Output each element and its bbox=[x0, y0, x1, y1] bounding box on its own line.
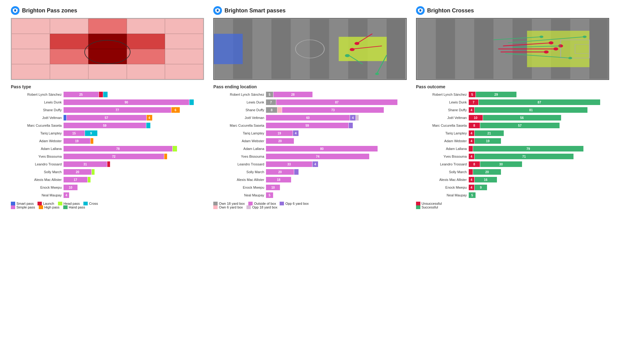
chart-row: Leandro Trossard31 bbox=[11, 161, 204, 168]
legend-item-high: High pass bbox=[39, 205, 60, 209]
chart-row: Joël Veltman574 bbox=[11, 114, 204, 121]
bar-unsuccessful: 8 bbox=[469, 123, 480, 128]
bar-high: 4 bbox=[147, 115, 152, 121]
svg-point-21 bbox=[375, 72, 379, 75]
legend-item-simple: Simple pass bbox=[11, 205, 35, 209]
bar-group: 25 bbox=[64, 92, 204, 97]
chart-row: Yves Bissouma471 bbox=[416, 153, 609, 160]
bar-unsuccessful: 4 bbox=[469, 154, 474, 159]
bar-own18: 8 bbox=[266, 107, 277, 113]
bar-group: 90 bbox=[64, 99, 204, 105]
player-label: Enock Mwepu bbox=[213, 186, 266, 189]
legend-item-own6: Own 6 yard box bbox=[213, 205, 243, 209]
bar-outside: 60 bbox=[266, 115, 350, 121]
brighton-shield-icon bbox=[11, 6, 20, 15]
bar-high: 6 bbox=[171, 107, 180, 113]
player-label: Neal Maupay bbox=[11, 193, 64, 197]
bar-simple: 20 bbox=[64, 169, 91, 175]
bar-successful: 79 bbox=[473, 146, 583, 151]
bar-unsuccessful bbox=[469, 146, 473, 151]
bar-group: 10 bbox=[64, 185, 204, 190]
bar-group: 20 bbox=[266, 169, 406, 175]
chart-row: Robert Lynch Sánchez529 bbox=[416, 91, 609, 98]
bar-simple: 57 bbox=[67, 115, 146, 121]
legend-item-opp6: Opp 6 yard box bbox=[280, 202, 308, 205]
svg-rect-12 bbox=[339, 37, 387, 61]
player-label: Joël Veltman bbox=[213, 116, 266, 120]
bar-unsuccessful: 4 bbox=[469, 177, 474, 182]
player-label: Solly March bbox=[416, 170, 469, 174]
chart-row: Shane Duffy481 bbox=[416, 107, 609, 113]
brighton-shield-icon bbox=[213, 6, 222, 15]
bar-cross bbox=[189, 99, 194, 105]
bar-group: 481 bbox=[469, 107, 609, 113]
bar-group: 419 bbox=[469, 138, 609, 144]
bar-group: 80 bbox=[266, 146, 406, 151]
bar-group: 20 bbox=[469, 169, 609, 175]
bar-opp6: 4 bbox=[350, 115, 356, 121]
bar-cross: 9 bbox=[85, 130, 98, 136]
bar-unsuccessful: 7 bbox=[469, 99, 479, 105]
bar-group: 59 bbox=[266, 123, 406, 128]
svg-rect-22 bbox=[417, 19, 436, 79]
player-label: Leandro Trossard bbox=[213, 162, 266, 166]
chart-row: Lewis Dunk787 bbox=[213, 99, 406, 106]
chart-row: Enock Mwepu49 bbox=[416, 184, 609, 191]
bar-group: 49 bbox=[469, 185, 609, 190]
chart-row: Robert Lynch Sánchez528 bbox=[213, 91, 406, 98]
bar-cross bbox=[103, 92, 108, 97]
bar-group: 421 bbox=[469, 130, 609, 136]
player-label: Solly March bbox=[11, 170, 64, 174]
chart-row: Leandro Trossard830 bbox=[416, 161, 609, 168]
svg-point-17 bbox=[355, 42, 359, 45]
bar-successful: 57 bbox=[480, 123, 560, 128]
legend-item-own18: Own 18 yard box bbox=[213, 202, 245, 205]
bar-outside: 5 bbox=[266, 192, 273, 198]
section-title-text: Brighton Crosses bbox=[427, 7, 474, 14]
bar-own18: 7 bbox=[266, 99, 276, 105]
legend-item-unsuccessful: Unsuccessful bbox=[416, 202, 442, 205]
chart-row: Alexis Mac Allister17 bbox=[11, 176, 204, 183]
chart-row: Lewis Dunk90 bbox=[11, 99, 204, 106]
player-label: Shane Duffy bbox=[11, 108, 64, 112]
bar-group: 194 bbox=[266, 130, 406, 136]
bar-group: 18 bbox=[266, 177, 406, 182]
bar-successful: 20 bbox=[473, 169, 501, 175]
bar-group: 334 bbox=[266, 161, 406, 167]
chart-row: Neal Maupay5 bbox=[213, 192, 406, 199]
bar-group: 604 bbox=[266, 115, 406, 121]
player-label: Joël Veltman bbox=[11, 116, 64, 120]
player-label: Alexis Mac Allister bbox=[11, 178, 64, 182]
player-label: Tariq Lamptey bbox=[11, 131, 64, 135]
section-title-text: Brighton Smart passes bbox=[224, 7, 286, 14]
player-label: Leandro Trossard bbox=[416, 162, 469, 166]
bar-own18: 5 bbox=[266, 92, 273, 97]
bar-simple: 59 bbox=[64, 123, 146, 128]
bar-group: 4 bbox=[64, 192, 204, 198]
player-label: Enock Mwepu bbox=[416, 186, 469, 189]
bar-own6 bbox=[277, 107, 282, 113]
legend-item-head: Head pass bbox=[58, 202, 80, 205]
bar-group: 78 bbox=[64, 146, 204, 151]
bar-opp6 bbox=[294, 169, 299, 175]
section-crosses: Brighton Crosses bbox=[411, 6, 614, 209]
bar-opp18 bbox=[356, 115, 359, 121]
bar-opp6: 4 bbox=[293, 130, 299, 136]
player-label: Adam Webster bbox=[11, 139, 64, 143]
bar-outside: 19 bbox=[266, 130, 293, 136]
chart-row: Adam Webster419 bbox=[416, 138, 609, 144]
player-label: Shane Duffy bbox=[213, 108, 266, 112]
player-label: Tariq Lamptey bbox=[416, 131, 469, 135]
player-label: Lewis Dunk bbox=[213, 100, 266, 104]
player-label: Tariq Lamptey bbox=[213, 131, 266, 135]
bar-group: 5 bbox=[469, 192, 609, 198]
chart-row: Joël Veltman1056 bbox=[416, 114, 609, 121]
smart-passes-pitch-visual bbox=[213, 18, 406, 80]
bar-successful: 16 bbox=[475, 177, 497, 182]
chart-title: Pass type bbox=[11, 84, 204, 89]
bar-group: 79 bbox=[469, 146, 609, 151]
chart-row: Yves Bissouma74 bbox=[213, 153, 406, 160]
bar-group: 19 bbox=[64, 138, 204, 144]
bar-group: 20 bbox=[64, 169, 204, 175]
bar-group: 72 bbox=[64, 154, 204, 159]
